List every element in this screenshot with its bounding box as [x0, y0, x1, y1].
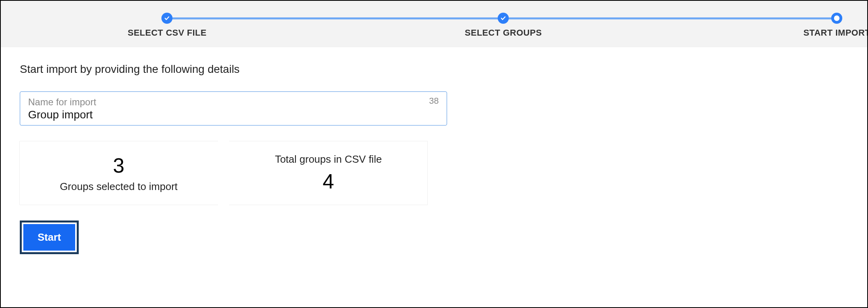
- content-area: Start import by providing the following …: [1, 47, 867, 270]
- stepper-track: [1, 13, 867, 25]
- card-groups-total-label: Total groups in CSV file: [275, 153, 382, 165]
- import-name-charcount: 38: [429, 96, 439, 106]
- card-groups-total-value: 4: [323, 169, 334, 193]
- step-label-select-groups: SELECT GROUPS: [465, 28, 542, 38]
- stepper-header: SELECT CSV FILE SELECT GROUPS START IMPO…: [1, 1, 867, 47]
- check-icon: [164, 15, 170, 21]
- card-groups-total: Total groups in CSV file 4: [229, 141, 427, 205]
- import-name-input[interactable]: [28, 108, 398, 121]
- import-name-label: Name for import: [28, 97, 439, 108]
- check-icon: [500, 15, 506, 21]
- card-groups-selected-label: Groups selected to import: [60, 181, 178, 193]
- step-label-select-csv: SELECT CSV FILE: [128, 28, 207, 38]
- import-wizard-page: SELECT CSV FILE SELECT GROUPS START IMPO…: [0, 0, 868, 308]
- step-label-start-import: START IMPORT: [804, 28, 868, 38]
- summary-cards: 3 Groups selected to import Total groups…: [20, 141, 848, 205]
- step-node-select-csv[interactable]: [161, 13, 172, 24]
- step-node-select-groups[interactable]: [498, 13, 509, 24]
- card-groups-selected: 3 Groups selected to import: [20, 141, 218, 205]
- stepper-labels: SELECT CSV FILE SELECT GROUPS START IMPO…: [1, 28, 867, 39]
- start-button-highlight: Start: [20, 221, 79, 254]
- start-button[interactable]: Start: [23, 224, 75, 251]
- step-node-start-import[interactable]: [831, 13, 842, 24]
- card-groups-selected-value: 3: [113, 154, 125, 177]
- import-name-field-wrap[interactable]: Name for import 38: [20, 91, 447, 125]
- intro-text: Start import by providing the following …: [20, 63, 848, 76]
